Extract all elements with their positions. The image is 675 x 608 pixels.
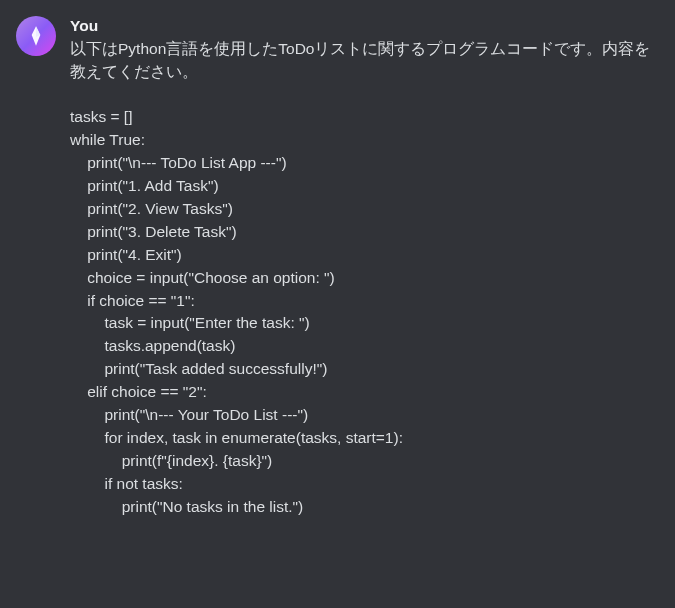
code-line: print("\n--- ToDo List App ---") xyxy=(70,152,659,175)
code-line: print("1. Add Task") xyxy=(70,175,659,198)
code-line: tasks = [] xyxy=(70,106,659,129)
code-line: while True: xyxy=(70,129,659,152)
code-line: tasks.append(task) xyxy=(70,335,659,358)
message-content: You 以下はPython言語を使用したToDoリストに関するプログラムコードで… xyxy=(70,16,659,519)
username[interactable]: You xyxy=(70,16,659,36)
chat-message: You 以下はPython言語を使用したToDoリストに関するプログラムコードで… xyxy=(16,16,659,519)
code-line: print("No tasks in the list.") xyxy=(70,496,659,519)
avatar[interactable] xyxy=(16,16,56,56)
code-line: task = input("Enter the task: ") xyxy=(70,312,659,335)
code-line: print("Task added successfully!") xyxy=(70,358,659,381)
message-intro: 以下はPython言語を使用したToDoリストに関するプログラムコードです。内容… xyxy=(70,38,659,84)
code-line: print("3. Delete Task") xyxy=(70,221,659,244)
code-line: print(f"{index}. {task}") xyxy=(70,450,659,473)
code-line: print("2. View Tasks") xyxy=(70,198,659,221)
code-line: for index, task in enumerate(tasks, star… xyxy=(70,427,659,450)
code-line: if not tasks: xyxy=(70,473,659,496)
code-line: print("\n--- Your ToDo List ---") xyxy=(70,404,659,427)
code-line: print("4. Exit") xyxy=(70,244,659,267)
code-line: elif choice == "2": xyxy=(70,381,659,404)
code-line: choice = input("Choose an option: ") xyxy=(70,267,659,290)
avatar-icon xyxy=(23,23,49,49)
code-line: if choice == "1": xyxy=(70,290,659,313)
